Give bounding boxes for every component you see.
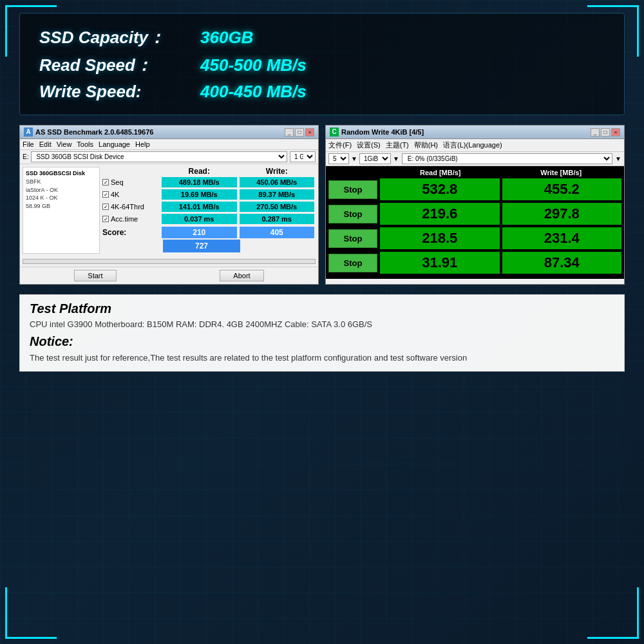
- asssd-score-write: 405: [240, 227, 315, 238]
- asssd-4k-write: 89.37 MB/s: [240, 189, 315, 200]
- rw-row-1: Stop 532.8 455.2: [328, 178, 621, 200]
- asssd-minimize-btn[interactable]: _: [285, 128, 294, 137]
- asssd-drive-info: SSD 360GBSCSI Disk SBFK iaStorA - OK 102…: [23, 167, 100, 254]
- rw-window-controls: _ □ ×: [591, 128, 620, 137]
- asssd-seq-checkbox[interactable]: ✓: [102, 179, 109, 185]
- rw-menu-help[interactable]: 帮助(H): [414, 140, 438, 150]
- rw-row-2: Stop 219.6 297.8: [328, 203, 621, 225]
- rw-count-select[interactable]: 5: [328, 153, 349, 164]
- rw-read-2: 219.6: [380, 203, 500, 225]
- rw-read-1: 532.8: [380, 178, 500, 200]
- asssd-scrollbar[interactable]: [23, 259, 316, 264]
- capacity-row: SSD Capacity： 360GB: [39, 26, 605, 49]
- rw-size-select[interactable]: 1GiB: [359, 153, 391, 164]
- asssd-maximize-btn[interactable]: □: [295, 128, 304, 137]
- rw-body: Read [MB/s] Write [MB/s] Stop 532.8 455.…: [326, 166, 624, 279]
- asssd-acctime-write: 0.287 ms: [240, 214, 315, 224]
- benchmarks-section: A AS SSD Benchmark 2.0.6485.19676 _ □ × …: [19, 125, 625, 285]
- asssd-4k64-write: 270.50 MB/s: [240, 202, 315, 212]
- rw-stop-btn-1[interactable]: Stop: [328, 180, 377, 199]
- asssd-seq-write: 450.06 MB/s: [240, 177, 315, 187]
- main-content: SSD Capacity： 360GB Read Speed： 450-500 …: [0, 0, 644, 384]
- rw-write-header: Write [MB/s]: [501, 169, 622, 176]
- asssd-4k64-row: ✓ 4K-64Thrd 141.01 MB/s 270.50 MB/s: [102, 202, 316, 212]
- random-write-window: C Random Write 4KiB [4/5] _ □ × 文件(F) 设置…: [325, 125, 625, 285]
- asssd-col-headers: Read: Write:: [102, 167, 316, 176]
- rw-stop-btn-2[interactable]: Stop: [328, 205, 377, 223]
- asssd-drive-select[interactable]: SSD 360GB SCSI Disk Device: [31, 151, 287, 162]
- asssd-body: SSD 360GBSCSI Disk SBFK iaStorA - OK 102…: [20, 164, 318, 256]
- asssd-menubar: File Edit View Tools Language Help: [20, 139, 318, 150]
- write-speed-label: Write Speed:: [39, 82, 200, 102]
- asssd-read-header: Read:: [160, 167, 238, 176]
- capacity-value: 360GB: [200, 28, 253, 48]
- rw-controls: 5 ▼ 1GiB ▼: [328, 153, 399, 164]
- asssd-menu-help[interactable]: Help: [135, 140, 150, 148]
- rw-drive-select[interactable]: E: 0% (0/335GiB): [402, 153, 612, 164]
- asssd-menu-view[interactable]: View: [57, 140, 72, 148]
- capacity-label: SSD Capacity：: [39, 26, 200, 49]
- test-platform-title: Test Platform: [30, 301, 614, 316]
- rw-titlebar: C Random Write 4KiB [4/5] _ □ ×: [326, 126, 624, 139]
- asssd-4k-read: 19.69 MB/s: [162, 189, 237, 200]
- asssd-size-select[interactable]: 1 GB: [290, 151, 316, 162]
- asssd-score-total: 727: [163, 240, 240, 252]
- asssd-score-label: Score:: [102, 228, 160, 237]
- asssd-write-header: Write:: [238, 167, 316, 176]
- asssd-results: Read: Write: ✓ Seq 489.18 MB/s 450.06 MB…: [102, 167, 316, 254]
- asssd-4k-row: ✓ 4K 19.69 MB/s 89.37 MB/s: [102, 189, 316, 200]
- rw-title: C Random Write 4KiB [4/5]: [330, 128, 424, 137]
- asssd-window-controls: _ □ ×: [285, 128, 314, 137]
- asssd-4k-checkbox[interactable]: ✓: [102, 191, 109, 198]
- rw-col-headers: Read [MB/s] Write [MB/s]: [328, 169, 621, 176]
- bottom-section: Test Platform CPU intel G3900 Motherboar…: [19, 294, 625, 372]
- notice-title: Notice:: [30, 334, 614, 349]
- rw-menu-language[interactable]: 语言(L)(Language): [443, 140, 502, 150]
- asssd-seq-row: ✓ Seq 489.18 MB/s 450.06 MB/s: [102, 177, 316, 187]
- rw-maximize-btn[interactable]: □: [601, 128, 610, 137]
- asssd-menu-tools[interactable]: Tools: [77, 140, 93, 148]
- asssd-icon: A: [24, 128, 33, 137]
- asssd-menu-file[interactable]: File: [23, 140, 34, 148]
- write-speed-value: 400-450 MB/s: [200, 82, 307, 102]
- rw-stop-btn-4[interactable]: Stop: [328, 254, 377, 272]
- rw-row-4: Stop 31.91 87.34: [328, 252, 621, 274]
- asssd-4k64-checkbox[interactable]: ✓: [102, 204, 109, 210]
- asssd-toolbar: E: SSD 360GB SCSI Disk Device 1 GB: [20, 150, 318, 164]
- asssd-score-read: 210: [162, 227, 237, 238]
- asssd-abort-btn[interactable]: Abort: [220, 270, 263, 281]
- asssd-menu-edit[interactable]: Edit: [39, 140, 52, 148]
- asssd-seq-read: 489.18 MB/s: [162, 177, 237, 187]
- read-speed-label: Read Speed：: [39, 54, 200, 77]
- asssd-footer: Start Abort: [20, 267, 318, 284]
- rw-stop-btn-3[interactable]: Stop: [328, 229, 377, 248]
- rw-menubar: 文件(F) 设置(S) 主题(T) 帮助(H) 语言(L)(Language): [326, 139, 624, 152]
- rw-menu-file[interactable]: 文件(F): [328, 140, 352, 150]
- asssd-title: A AS SSD Benchmark 2.0.6485.19676: [24, 128, 153, 137]
- asssd-acctime-checkbox[interactable]: ✓: [102, 216, 109, 222]
- read-speed-value: 450-500 MB/s: [200, 55, 307, 75]
- asssd-drive-details: SBFK iaStorA - OK 1024 K - OK 58.99 GB: [26, 178, 97, 210]
- rw-row-3: Stop 218.5 231.4: [328, 227, 621, 249]
- asssd-acctime-row: ✓ Acc.time 0.037 ms 0.287 ms: [102, 214, 316, 224]
- rw-write-4: 87.34: [502, 252, 622, 274]
- asssd-menu-language[interactable]: Language: [99, 140, 130, 148]
- rw-write-2: 297.8: [502, 203, 622, 225]
- rw-read-4: 31.91: [380, 252, 500, 274]
- asssd-start-btn[interactable]: Start: [74, 270, 116, 281]
- rw-menu-theme[interactable]: 主题(T): [386, 140, 409, 150]
- rw-icon: C: [330, 128, 339, 137]
- corner-decoration-bl: [5, 587, 57, 639]
- rw-toolbar: 5 ▼ 1GiB ▼ E: 0% (0/335GiB) ▼: [326, 152, 624, 166]
- asssd-drive-name: SSD 360GBSCSI Disk: [26, 170, 97, 176]
- asssd-close-btn[interactable]: ×: [305, 128, 314, 137]
- asssd-window: A AS SSD Benchmark 2.0.6485.19676 _ □ × …: [19, 125, 319, 285]
- rw-minimize-btn[interactable]: _: [591, 128, 600, 137]
- rw-close-btn[interactable]: ×: [611, 128, 620, 137]
- asssd-4k64-read: 141.01 MB/s: [162, 202, 237, 212]
- asssd-score-section: Score: 210 405 727: [102, 227, 316, 252]
- rw-menu-settings[interactable]: 设置(S): [357, 140, 381, 150]
- write-speed-row: Write Speed: 400-450 MB/s: [39, 82, 605, 102]
- info-box: SSD Capacity： 360GB Read Speed： 450-500 …: [19, 13, 625, 115]
- test-platform-text: CPU intel G3900 Motherboard: B150M RAM: …: [30, 319, 614, 329]
